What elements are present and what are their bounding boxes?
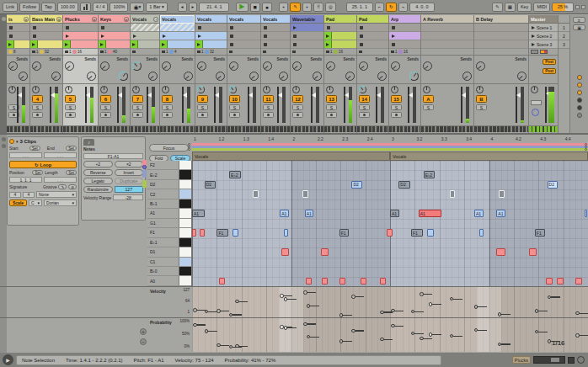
lane-marker[interactable] [391, 324, 404, 328]
send-b-knob[interactable] [409, 72, 419, 81]
io-show-button[interactable]: ▣ [573, 24, 585, 30]
arm-button[interactable] [132, 112, 143, 118]
tempo-field[interactable]: 100.00 [57, 3, 78, 12]
pan-knob[interactable] [32, 86, 40, 93]
draw-mode-button[interactable]: ✎ [492, 3, 503, 12]
show-returns-toggle[interactable] [577, 90, 582, 95]
clip-slot[interactable] [7, 40, 29, 49]
quantization-menu[interactable]: 1 Bar ▾ [146, 3, 167, 12]
randomize-button[interactable]: Randomize [83, 186, 113, 193]
end-value[interactable]: . . . [44, 152, 77, 158]
clip-color-tab[interactable] [142, 170, 147, 178]
midi-note[interactable] [322, 278, 328, 285]
lane-marker[interactable] [498, 312, 511, 316]
midi-note[interactable]: D2 [398, 181, 410, 189]
piano-roll-grid[interactable]: E♭2D2D2A1A1A1F1F1E♭2D2D2A1A1A1A1F1F1 [192, 161, 588, 286]
send-a-knob[interactable] [263, 61, 272, 71]
midi-note[interactable] [192, 229, 196, 237]
midi-note[interactable]: A1 [496, 210, 505, 217]
clip-slot[interactable] [227, 40, 260, 49]
send-b-knob[interactable] [517, 72, 527, 81]
arm-button[interactable] [326, 112, 337, 118]
clip-slot[interactable] [389, 32, 420, 40]
stop-all-clips-button[interactable] [531, 50, 538, 54]
pan-knob[interactable] [423, 86, 430, 93]
clip-slot[interactable] [160, 32, 195, 40]
clip-slot[interactable] [7, 24, 29, 32]
lane-marker[interactable] [420, 292, 433, 296]
clip-slot[interactable] [291, 24, 323, 32]
lane-marker[interactable] [216, 343, 230, 348]
clip-slot[interactable] [131, 24, 159, 32]
arm-button[interactable] [162, 112, 173, 118]
midi-note[interactable]: F1 [339, 229, 349, 237]
capture-midi-button[interactable]: ⠿ [313, 3, 323, 12]
link-button[interactable]: Link [3, 3, 18, 12]
send-a-knob[interactable] [197, 61, 206, 71]
loop-button[interactable]: ↻ [386, 3, 397, 12]
midi-note[interactable] [427, 229, 434, 237]
lane-marker[interactable] [450, 334, 463, 338]
solo-button[interactable]: S [229, 104, 240, 110]
clip-slot[interactable] [389, 24, 420, 32]
clip-slot[interactable] [261, 40, 290, 49]
clip-slot[interactable] [160, 24, 195, 32]
pan-knob[interactable] [229, 86, 237, 93]
signature-denominator[interactable]: 4 [23, 192, 35, 198]
lane-marker[interactable] [229, 313, 243, 317]
send-b-knob[interactable] [19, 72, 28, 81]
solo-button[interactable]: S [326, 104, 337, 110]
clip-slot[interactable] [131, 32, 159, 40]
signature-numerator[interactable]: 4 [9, 192, 21, 198]
midi-note[interactable]: A1 [474, 210, 484, 217]
lane-marker[interactable] [284, 326, 297, 330]
end-set-button[interactable]: Set [66, 146, 77, 151]
midi-note[interactable] [302, 190, 308, 198]
track-number-button[interactable]: 14 [359, 95, 370, 103]
track-header[interactable]: B Delay [474, 15, 528, 24]
show-io-toggle[interactable] [577, 75, 582, 80]
solo-button[interactable]: S [65, 104, 76, 110]
length-value[interactable]: . . . [44, 177, 77, 183]
send-b-knob[interactable] [119, 72, 128, 81]
track-header[interactable]: Keys⊛ [99, 15, 130, 24]
piano-key[interactable] [179, 247, 191, 256]
clip-slot[interactable] [195, 32, 227, 40]
pan-knob[interactable] [162, 86, 169, 93]
overdub-button[interactable]: + [279, 3, 288, 12]
piano-key[interactable] [179, 189, 191, 198]
clip-slot[interactable] [357, 32, 388, 40]
focus-button[interactable]: Focus [149, 144, 189, 152]
pan-knob[interactable] [65, 86, 72, 93]
preview-icon[interactable]: ▶ [3, 354, 13, 365]
lane-marker[interactable] [303, 290, 317, 295]
loop-start-field[interactable]: 25. 1. 1 [346, 3, 373, 12]
piano-key[interactable] [179, 228, 191, 237]
send-b-knob[interactable] [462, 72, 472, 81]
midi-note[interactable] [233, 229, 238, 237]
cue-post-toggle[interactable]: Post [543, 59, 556, 65]
pan-knob[interactable] [391, 86, 398, 93]
add-lane-button[interactable]: + [140, 328, 147, 335]
clip-slot[interactable] [357, 40, 388, 49]
pitch-range-field[interactable]: F1-A1 [83, 153, 143, 159]
track-header[interactable]: Wavetable [291, 15, 323, 24]
clip-slot[interactable] [324, 24, 356, 32]
clip-color-icon[interactable] [9, 139, 14, 144]
tap-tempo-button[interactable]: Tap [41, 3, 56, 12]
half-time-button[interactable]: ÷2 [83, 161, 113, 168]
randomize-value[interactable]: 127 [115, 186, 144, 193]
lane-marker[interactable] [411, 310, 425, 314]
follow-button[interactable]: Follow [19, 3, 40, 12]
clip-slot[interactable] [227, 32, 260, 40]
groove-edit-button[interactable]: ✎ [58, 184, 67, 189]
scene-slot[interactable]: Scene 3 [529, 40, 558, 49]
show-crossfader-toggle[interactable] [577, 113, 582, 118]
track-header[interactable]: Plucks⊛ [63, 15, 98, 24]
clip-slot[interactable] [30, 24, 62, 32]
clip-lane-header[interactable]: Vocals [192, 152, 390, 161]
send-b-knob[interactable] [279, 72, 288, 81]
send-b-knob[interactable] [148, 72, 158, 81]
notes-tab-icon[interactable]: ♪ [83, 139, 94, 146]
solo-cue-box[interactable] [531, 100, 542, 105]
